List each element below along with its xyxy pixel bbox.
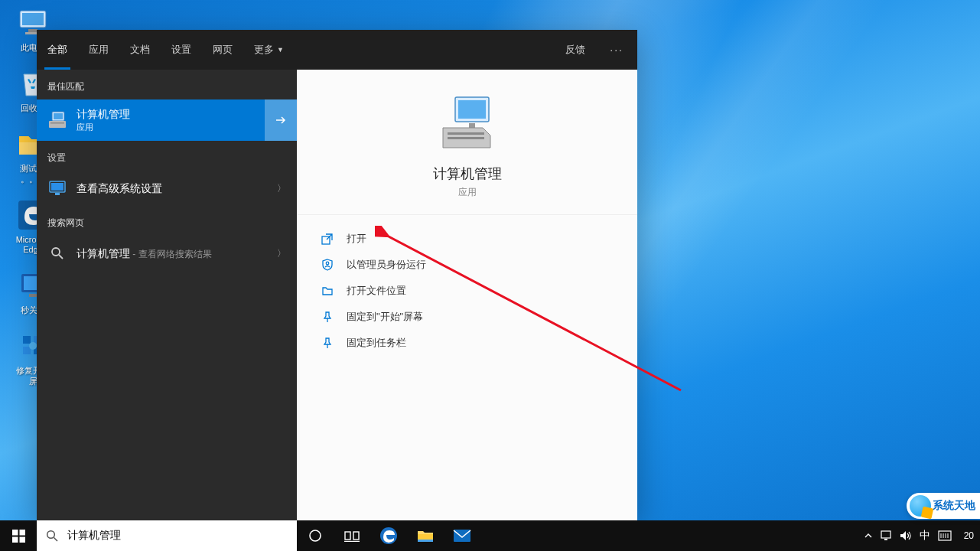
search-results-panel: 全部 应用 文档 设置 网页 更多▼ 反馈 ··· 最佳匹配 计算机管理 应用: [37, 30, 637, 520]
svg-rect-42: [454, 530, 470, 542]
section-web-search: 搜索网页: [37, 206, 297, 236]
tab-all[interactable]: 全部: [37, 30, 78, 70]
tab-label: 设置: [171, 43, 191, 57]
action-open-file-location[interactable]: 打开文件位置: [313, 278, 622, 304]
start-button[interactable]: [0, 520, 37, 551]
tab-label: 文档: [130, 43, 150, 57]
taskbar-app-explorer[interactable]: [407, 520, 444, 551]
taskbar-app-mail[interactable]: [444, 520, 480, 551]
svg-rect-43: [881, 531, 890, 538]
windows-icon: [12, 530, 25, 543]
svg-rect-7: [29, 294, 37, 297]
computer-management-large-icon: [437, 93, 498, 154]
taskbar-clock[interactable]: 20: [958, 520, 980, 551]
shield-icon: [319, 258, 336, 272]
circle-icon: [308, 529, 322, 543]
tab-apps[interactable]: 应用: [78, 30, 119, 70]
more-options-button[interactable]: ···: [596, 30, 637, 70]
action-label: 固定到"开始"屏幕: [347, 310, 423, 324]
svg-point-34: [47, 531, 55, 539]
svg-rect-37: [345, 532, 350, 540]
svg-point-36: [310, 530, 321, 541]
volume-icon[interactable]: [900, 530, 912, 541]
svg-rect-10: [23, 347, 31, 354]
svg-rect-44: [884, 539, 887, 540]
svg-rect-8: [23, 336, 31, 344]
action-pin-taskbar[interactable]: 固定到任务栏: [313, 330, 622, 356]
feedback-button[interactable]: 反馈: [555, 30, 596, 70]
detail-actions: 打开 以管理员身份运行 打开文件位置 固定到"开始"屏幕 固定到任务栏: [298, 215, 637, 367]
tab-documents[interactable]: 文档: [119, 30, 161, 70]
taskbar-search-box[interactable]: [37, 520, 297, 551]
svg-rect-25: [448, 132, 484, 135]
svg-rect-31: [19, 530, 25, 536]
tab-label: 更多: [254, 43, 274, 57]
expand-arrow-button[interactable]: [265, 99, 297, 141]
ime-keyboard-icon[interactable]: [938, 530, 952, 541]
monitor-icon: [47, 178, 67, 198]
section-best-match: 最佳匹配: [37, 70, 297, 99]
action-label: 固定到任务栏: [347, 336, 406, 350]
open-icon: [319, 232, 336, 246]
svg-rect-38: [353, 532, 359, 540]
svg-point-20: [52, 248, 60, 256]
svg-point-28: [326, 262, 329, 265]
feedback-label: 反馈: [565, 43, 585, 57]
action-run-as-admin[interactable]: 以管理员身份运行: [313, 252, 622, 278]
svg-line-21: [59, 255, 63, 259]
svg-rect-32: [12, 536, 18, 543]
action-label: 打开: [347, 232, 366, 246]
search-input[interactable]: [67, 520, 297, 551]
svg-rect-19: [55, 193, 60, 195]
tab-label: 应用: [89, 43, 109, 57]
task-view-button[interactable]: [334, 520, 370, 551]
chevron-right-icon: 〉: [277, 247, 286, 260]
search-results-list: 最佳匹配 计算机管理 应用 设置 查看高级系统设置 〉: [37, 70, 297, 520]
tab-settings[interactable]: 设置: [161, 30, 202, 70]
action-label: 以管理员身份运行: [347, 258, 426, 272]
task-view-icon: [344, 530, 360, 542]
svg-rect-23: [458, 100, 486, 119]
result-web-search[interactable]: 计算机管理 - 查看网络搜索结果 〉: [37, 236, 297, 271]
svg-rect-18: [51, 183, 63, 191]
result-title: 计算机管理: [77, 107, 259, 121]
search-icon: [47, 243, 67, 263]
svg-rect-45: [939, 531, 951, 540]
svg-rect-33: [19, 536, 25, 543]
result-title: 查看高级系统设置: [77, 181, 277, 195]
folder-location-icon: [319, 284, 336, 298]
result-advanced-system-settings[interactable]: 查看高级系统设置 〉: [37, 171, 297, 206]
result-computer-management[interactable]: 计算机管理 应用: [37, 99, 297, 141]
svg-rect-16: [50, 122, 64, 124]
action-label: 打开文件位置: [347, 284, 406, 298]
action-pin-start[interactable]: 固定到"开始"屏幕: [313, 304, 622, 330]
network-icon[interactable]: [881, 530, 892, 541]
mail-icon: [453, 528, 471, 543]
taskbar-app-edge[interactable]: [370, 520, 407, 551]
detail-hero: 计算机管理 应用: [298, 70, 637, 215]
pin-icon: [319, 336, 336, 350]
result-subtitle: 应用: [77, 122, 259, 133]
system-tray: 中: [858, 520, 958, 551]
action-open[interactable]: 打开: [313, 226, 622, 252]
tab-label: 网页: [213, 43, 233, 57]
tab-web[interactable]: 网页: [202, 30, 243, 70]
chevron-right-icon: 〉: [277, 182, 286, 195]
tab-more[interactable]: 更多▼: [243, 30, 295, 70]
tray-chevron-up-icon[interactable]: [864, 531, 873, 540]
svg-rect-26: [448, 137, 484, 139]
svg-rect-15: [49, 121, 66, 128]
detail-title: 计算机管理: [313, 165, 622, 183]
chevron-down-icon: ▼: [277, 46, 284, 54]
search-filter-tabs: 全部 应用 文档 设置 网页 更多▼ 反馈 ···: [37, 30, 637, 70]
svg-rect-41: [418, 540, 433, 542]
cortana-button[interactable]: [297, 520, 334, 551]
tab-label: 全部: [47, 43, 67, 57]
search-icon: [37, 530, 67, 542]
watermark-text: 系统天地: [933, 499, 975, 513]
folder-icon: [417, 528, 434, 543]
ime-indicator[interactable]: 中: [920, 529, 930, 543]
svg-point-12: [29, 342, 37, 350]
svg-rect-1: [22, 13, 44, 25]
taskbar: 中 20: [0, 520, 980, 551]
